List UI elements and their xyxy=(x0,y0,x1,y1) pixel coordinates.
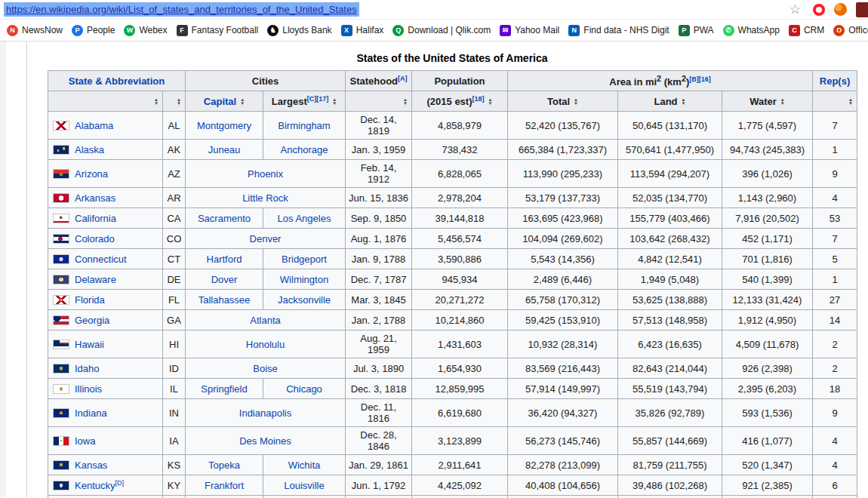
population-cell: 10,214,860 xyxy=(412,310,508,330)
state-link[interactable]: Arkansas xyxy=(75,192,115,204)
header-land-area[interactable]: Land xyxy=(618,91,722,112)
capital-city-link[interactable]: Indianapolis xyxy=(239,407,291,419)
bookmark-item[interactable]: NFind data - NHS Digit xyxy=(564,23,673,38)
header-reps[interactable]: Rep(s) xyxy=(813,71,857,91)
capital-city-link[interactable]: Tallahassee xyxy=(199,294,251,306)
population-cell: 2,911,641 xyxy=(412,455,508,475)
capital-city-link[interactable]: Boise xyxy=(253,363,278,374)
state-link[interactable]: Georgia xyxy=(75,315,109,326)
state-link[interactable]: Alaska xyxy=(75,144,104,155)
header-total-area[interactable]: Total xyxy=(508,91,618,112)
sort-header-abbr[interactable] xyxy=(163,91,186,112)
capital-city-link[interactable]: Sacramento xyxy=(198,213,251,224)
bookmark-item[interactable]: ✉Yahoo Mail xyxy=(495,23,564,38)
sort-icon[interactable] xyxy=(154,98,159,106)
footnote-ref-b[interactable]: [B][16] xyxy=(689,75,711,83)
largest-city-link[interactable]: Los Angeles xyxy=(278,213,331,224)
largest-city-link[interactable]: Bridgeport xyxy=(282,254,327,265)
state-link[interactable]: Florida xyxy=(75,294,105,306)
capital-city-link[interactable]: Montgomery xyxy=(197,120,251,131)
extension-icon[interactable] xyxy=(834,3,847,16)
state-link[interactable]: Illinois xyxy=(75,383,102,395)
state-link[interactable]: Iowa xyxy=(75,435,95,447)
sort-icon[interactable] xyxy=(403,98,408,106)
sort-icon[interactable] xyxy=(177,98,181,106)
bookmark-item[interactable]: WWebex xyxy=(119,23,171,38)
bookmark-item[interactable]: ♞Lloyds Bank xyxy=(263,23,336,38)
capital-city-link[interactable]: Phoenix xyxy=(248,168,283,180)
sort-icon[interactable] xyxy=(780,98,785,106)
largest-city-cell: Los Angeles xyxy=(263,208,346,229)
footnote-ref[interactable]: [D] xyxy=(115,478,124,486)
largest-city-link[interactable]: Louisville xyxy=(284,480,324,491)
largest-city-link[interactable]: Wilmington xyxy=(280,274,328,285)
state-link[interactable]: Kentucky xyxy=(75,480,115,491)
header-state-abbreviation[interactable]: State & Abbreviation xyxy=(48,71,186,91)
footnote-ref-18[interactable]: [18] xyxy=(472,94,485,102)
largest-city-link[interactable]: Wichita xyxy=(288,460,321,471)
capital-city-link[interactable]: Frankfort xyxy=(205,480,244,491)
browser-menu-icon[interactable] xyxy=(856,2,868,17)
capital-city-link[interactable]: Juneau xyxy=(208,144,241,155)
header-water-area[interactable]: Water xyxy=(722,91,813,112)
url-text[interactable]: https://en.wikipedia.org/wiki/List_of_st… xyxy=(4,2,359,17)
state-link[interactable]: Kansas xyxy=(75,460,107,471)
capital-city-link[interactable]: Hartford xyxy=(207,254,242,265)
bookmark-item[interactable]: PPeople xyxy=(67,23,119,38)
bookmark-item[interactable]: QDownload | Qlik.com xyxy=(388,23,495,38)
bookmark-item[interactable]: CCRM xyxy=(784,23,829,38)
bookmark-item[interactable]: NNewsNow xyxy=(2,23,67,38)
address-bar-input[interactable]: https://en.wikipedia.org/wiki/List_of_st… xyxy=(0,0,808,19)
capital-city-link[interactable]: Honolulu xyxy=(246,339,285,350)
sort-header-statehood[interactable] xyxy=(346,91,412,112)
abbr-cell: LA xyxy=(163,496,186,498)
state-link[interactable]: Connecticut xyxy=(75,254,127,265)
bookmark-item[interactable]: ✆WhatsApp xyxy=(719,23,784,38)
state-cell: Hawaii xyxy=(48,330,163,358)
capital-cell: Juneau xyxy=(186,140,263,160)
capital-link[interactable]: Capital xyxy=(204,96,236,107)
capital-city-link[interactable]: Denver xyxy=(250,233,282,244)
capital-city-link[interactable]: Des Moines xyxy=(239,435,291,447)
sort-header-state[interactable] xyxy=(48,91,163,112)
state-link[interactable]: Delaware xyxy=(75,274,116,285)
sort-icon[interactable] xyxy=(488,98,493,106)
state-link[interactable]: Alabama xyxy=(75,120,113,131)
capital-city-link[interactable]: Topeka xyxy=(208,460,240,471)
sort-icon[interactable] xyxy=(848,98,853,106)
bookmark-star-icon[interactable]: ☆ xyxy=(790,3,801,16)
largest-city-link[interactable]: Jacksonville xyxy=(278,294,331,306)
bookmark-item[interactable]: FFantasy Football xyxy=(172,23,263,38)
capital-city-link[interactable]: Little Rock xyxy=(242,192,288,204)
abbr-cell: KS xyxy=(163,455,186,475)
footnote-ref-a[interactable]: [A] xyxy=(398,74,408,81)
header-2015-est[interactable]: (2015 est)[18] xyxy=(412,91,508,112)
state-link[interactable]: Hawaii xyxy=(75,339,104,350)
opera-icon[interactable] xyxy=(813,4,825,16)
header-capital[interactable]: Capital xyxy=(186,91,263,112)
state-link[interactable]: Idaho xyxy=(75,363,100,374)
capital-city-link[interactable]: Atlanta xyxy=(250,315,280,326)
water-area-cell: 12,133 (31,424) xyxy=(722,290,813,310)
footnote-ref-c[interactable]: [C][17] xyxy=(307,94,329,102)
capital-city-link[interactable]: Springfield xyxy=(201,383,247,395)
sort-icon[interactable] xyxy=(240,98,245,106)
header-largest[interactable]: Largest[C][17] xyxy=(263,91,346,112)
reps-cell: 2 xyxy=(813,330,857,358)
state-link[interactable]: Indiana xyxy=(75,407,107,419)
bookmark-item[interactable]: XHalifax xyxy=(337,23,389,38)
largest-city-link[interactable]: Birmingham xyxy=(278,120,330,131)
sort-header-reps[interactable] xyxy=(813,91,857,112)
largest-city-link[interactable]: Chicago xyxy=(286,383,322,395)
water-area-cell: 520 (1,347) xyxy=(722,455,813,475)
capital-city-link[interactable]: Dover xyxy=(211,274,238,285)
state-link[interactable]: California xyxy=(75,213,116,224)
sort-icon[interactable] xyxy=(682,98,686,106)
bookmark-item[interactable]: OOffice 3 xyxy=(829,23,868,38)
bookmark-item[interactable]: PPWA xyxy=(674,23,719,38)
sort-icon[interactable] xyxy=(574,98,578,106)
sort-icon[interactable] xyxy=(332,98,337,106)
largest-city-link[interactable]: Anchorage xyxy=(281,144,328,155)
state-link[interactable]: Colorado xyxy=(75,233,115,244)
state-link[interactable]: Arizona xyxy=(75,168,108,180)
